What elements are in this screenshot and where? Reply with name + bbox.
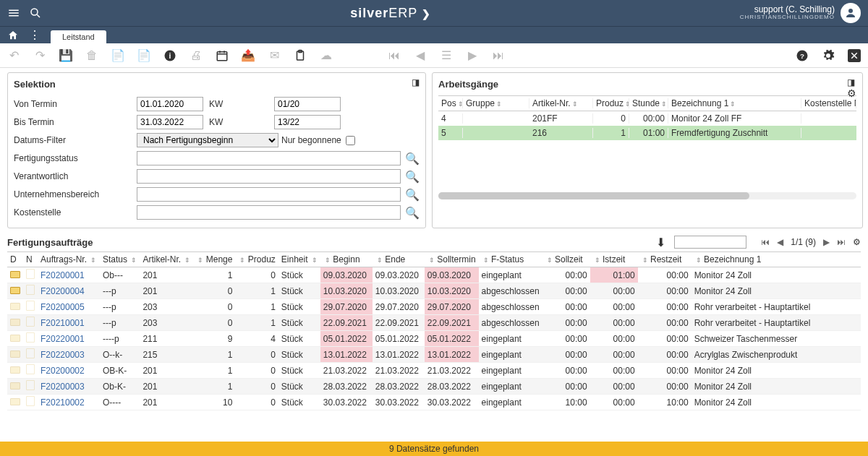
status-bar: 9 Datensätze gefunden — [0, 442, 868, 456]
col-ende[interactable]: ⇕ Ende — [373, 252, 425, 267]
first-icon[interactable]: ⏮ — [388, 49, 401, 62]
order-row[interactable]: F20210002 O---- 201 10 0 Stück 30.03.202… — [7, 395, 861, 410]
export-icon[interactable]: 📤 — [242, 49, 255, 62]
col-n[interactable]: N — [23, 252, 38, 267]
topbar: silverERP ❯ support (C. Schilling) CHRIS… — [0, 0, 868, 26]
fertigungsstatus-input[interactable] — [137, 151, 401, 165]
close-icon[interactable] — [848, 49, 861, 62]
order-row[interactable]: F20220001 ----p 211 9 4 Stück 05.01.2022… — [7, 331, 861, 347]
col-pos[interactable]: Pos⇕ — [438, 98, 463, 108]
arbeitsgang-row[interactable]: 4201FF000:00Monitor 24 Zoll FF — [438, 111, 856, 126]
order-row[interactable]: F20200003 Ob-K- 201 1 0 Stück 28.03.2022… — [7, 379, 861, 395]
order-row[interactable]: F20200004 ---p 201 0 1 Stück 10.03.2020 … — [7, 283, 861, 299]
home-icon[interactable] — [7, 30, 19, 41]
von-termin-label: Von Termin — [14, 99, 137, 109]
cloud-icon[interactable]: ☁ — [320, 49, 333, 62]
col-fstatus[interactable]: ⇕ F-Status — [479, 252, 542, 267]
pager-text: 1/1 (9) — [791, 237, 816, 247]
kw-von-input[interactable] — [274, 97, 341, 111]
list-icon[interactable]: ☰ — [440, 49, 453, 62]
info-icon[interactable]: i — [163, 49, 176, 62]
more-icon[interactable]: ⋮ — [29, 28, 41, 42]
orders-title: Fertigungsaufträge — [7, 237, 656, 248]
col-bezeichnung[interactable]: ⇕ Bezeichnung 1 — [692, 252, 861, 267]
arbeitsgaenge-panel: Arbeitsgänge ◨⚙ Pos⇕ Gruppe⇕ Artikel-Nr.… — [432, 72, 863, 228]
lookup-icon[interactable]: 🔍 — [405, 188, 420, 202]
svg-point-0 — [31, 9, 38, 15]
print-icon[interactable]: 🖨 — [190, 49, 203, 62]
col-restzeit[interactable]: ⇕ Restzeit — [638, 252, 692, 267]
search-icon[interactable] — [29, 7, 42, 20]
pager-next-icon[interactable]: ▶ — [823, 237, 830, 247]
last-icon[interactable]: ⏭ — [492, 49, 505, 62]
arbeitsgaenge-title: Arbeitsgänge — [438, 79, 856, 90]
redo-icon[interactable]: ↷ — [33, 49, 46, 62]
order-row[interactable]: F20220003 O--k- 215 1 0 Stück 13.01.2022… — [7, 347, 861, 363]
arbeitsgang-row[interactable]: 5216101:00Fremdfertigung Zuschnitt — [438, 126, 856, 140]
gear-icon[interactable]: ⚙ — [853, 237, 861, 247]
next-icon[interactable]: ▶ — [466, 49, 479, 62]
verantwortlich-input[interactable] — [137, 169, 401, 184]
col-produz[interactable]: Produz⇕ — [593, 98, 629, 108]
doc2-icon[interactable]: 📄 — [137, 49, 150, 62]
col-einheit[interactable]: Einheit ⇕ — [278, 252, 320, 267]
menu-icon[interactable] — [7, 7, 20, 20]
order-row[interactable]: F20200005 ---p 203 0 1 Stück 29.07.2020 … — [7, 299, 861, 315]
col-gruppe[interactable]: Gruppe⇕ — [463, 98, 529, 108]
avatar[interactable] — [841, 3, 861, 23]
unternehmensbereich-input[interactable] — [137, 187, 401, 202]
pager-last-icon[interactable]: ⏭ — [837, 237, 846, 247]
undo-icon[interactable]: ↶ — [7, 49, 20, 62]
col-status[interactable]: Status ⇕ — [100, 252, 140, 267]
pager-prev-icon[interactable]: ◀ — [777, 237, 783, 247]
kw-bis-input[interactable] — [274, 115, 341, 129]
order-row[interactable]: F20200001 Ob--- 201 1 0 Stück 09.03.2020… — [7, 267, 861, 283]
nur-begonnene-checkbox[interactable] — [346, 136, 355, 145]
bis-termin-label: Bis Termin — [14, 117, 137, 127]
panel-mode-icon[interactable]: ◨ — [412, 77, 420, 87]
col-sollzeit[interactable]: ⇕ Sollzeit — [542, 252, 590, 267]
col-stunden[interactable]: Stunde⇕ — [629, 98, 668, 108]
lookup-icon[interactable]: 🔍 — [405, 152, 420, 165]
prev-icon[interactable]: ◀ — [414, 49, 427, 62]
calendar-icon[interactable] — [216, 49, 229, 62]
von-termin-input[interactable] — [137, 97, 203, 111]
selektion-title: Selektion — [14, 79, 420, 90]
ag-scrollbar[interactable] — [438, 192, 856, 199]
col-solltermin[interactable]: ⇕ Solltermin — [425, 252, 479, 267]
col-produz[interactable]: ⇕ Produz — [235, 252, 278, 267]
col-bezeichnung[interactable]: Bezeichnung 1⇕ — [668, 98, 801, 108]
lookup-icon[interactable]: 🔍 — [405, 206, 420, 220]
trash-icon[interactable]: 🗑 — [85, 49, 98, 62]
tab-leitstand[interactable]: Leitstand — [51, 30, 106, 43]
col-kostenstelle[interactable]: Kostenstelle N⇕ — [801, 98, 856, 108]
col-menge[interactable]: ⇕ Menge — [193, 252, 235, 267]
help-icon[interactable]: ? — [796, 49, 809, 62]
order-row[interactable]: F20200002 OB-K- 201 1 0 Stück 21.03.2022… — [7, 363, 861, 379]
panel-mode-icon[interactable]: ◨⚙ — [847, 77, 856, 99]
download-icon[interactable]: ⬇ — [656, 236, 665, 249]
col-auftrag[interactable]: Auftrags-Nr. ⇕ — [38, 252, 100, 267]
col-artikel[interactable]: Artikel-Nr. ⇕ — [140, 252, 193, 267]
doc1-icon[interactable]: 📄 — [111, 49, 124, 62]
orders-search-input[interactable] — [674, 236, 746, 249]
selektion-panel: Selektion ◨ Von Termin KW Bis Termin KW … — [7, 72, 426, 228]
order-row[interactable]: F20210001 ---p 203 0 1 Stück 22.09.2021 … — [7, 315, 861, 331]
clipboard-icon[interactable] — [294, 49, 307, 62]
lookup-icon[interactable]: 🔍 — [405, 170, 420, 184]
kostenstelle-input[interactable] — [137, 205, 401, 220]
save-icon[interactable]: 💾 — [59, 49, 72, 62]
mail-icon[interactable]: ✉ — [268, 49, 281, 62]
col-artikel[interactable]: Artikel-Nr.⇕ — [529, 98, 593, 108]
pager-first-icon[interactable]: ⏮ — [761, 237, 770, 247]
gear-icon[interactable] — [822, 49, 835, 62]
col-d[interactable]: D — [7, 252, 23, 267]
verantwortlich-label: Verantwortlich — [14, 171, 137, 181]
datums-filter-select[interactable]: Nach Fertigungsbeginn — [137, 133, 278, 147]
kostenstelle-label: Kostenstelle — [14, 207, 137, 218]
col-beginn[interactable]: ⇕ Beginn — [320, 252, 373, 267]
brand-logo: silverERP ❯ — [42, 6, 740, 21]
col-istzeit[interactable]: ⇕ Istzeit — [590, 252, 638, 267]
kw-label-1: KW — [209, 99, 229, 109]
bis-termin-input[interactable] — [137, 115, 203, 129]
